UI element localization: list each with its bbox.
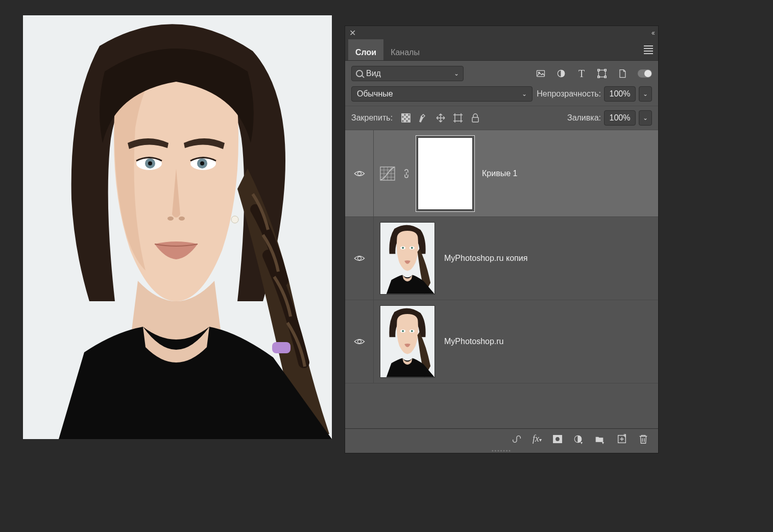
lock-row: Закрепить: Заливка: 100% ⌄	[345, 106, 658, 130]
panel-resize-grip[interactable]: ▪▪▪▪▪▪▪	[345, 448, 658, 453]
fill-dropdown-button[interactable]: ⌄	[639, 110, 652, 126]
filter-type-icon[interactable]: T	[576, 68, 587, 79]
chevron-down-icon: ⌄	[454, 70, 459, 77]
svg-point-36	[357, 257, 361, 260]
curves-adjustment-icon	[380, 166, 395, 181]
lock-all-icon[interactable]	[470, 113, 480, 123]
new-group-button[interactable]: ▾	[595, 433, 606, 445]
svg-rect-10	[272, 342, 291, 353]
layer-name[interactable]: Кривые 1	[482, 169, 517, 178]
lock-pixels-icon[interactable]	[418, 113, 428, 123]
layer-effects-button[interactable]: fx▾	[533, 433, 542, 444]
layer-filter-bar: Вид ⌄ T	[345, 61, 658, 84]
tab-layers[interactable]: Слои	[348, 39, 383, 60]
chevron-down-icon: ⌄	[522, 90, 527, 98]
layer-filter-type-select[interactable]: Вид ⌄	[351, 66, 464, 81]
svg-point-5	[148, 161, 152, 165]
blend-mode-select[interactable]: Обычные ⌄	[351, 86, 533, 102]
layers-panel-footer: fx▾ ▾ ▾	[345, 428, 658, 449]
layer-name[interactable]: MyPhotoshop.ru копия	[444, 254, 527, 263]
panel-menu-button[interactable]	[639, 39, 658, 60]
filter-smartobject-icon[interactable]	[617, 68, 627, 79]
layers-panel: ✕ ‹‹ Слои Каналы Вид ⌄ T Обычные ⌄ Непро…	[345, 26, 659, 453]
svg-rect-30	[404, 120, 406, 122]
blend-opacity-row: Обычные ⌄ Непрозрачность: 100% ⌄	[345, 84, 658, 106]
panel-tabs: Слои Каналы	[345, 39, 658, 61]
layer-row-image-base[interactable]: MyPhotoshop.ru	[345, 300, 658, 383]
link-layers-button[interactable]	[511, 433, 522, 445]
filter-shape-icon[interactable]	[597, 68, 607, 79]
svg-point-6	[200, 161, 204, 165]
visibility-toggle-icon[interactable]	[354, 170, 365, 177]
layer-name[interactable]: MyPhotoshop.ru	[444, 337, 504, 346]
filter-type-label: Вид	[366, 69, 381, 78]
add-mask-button[interactable]	[552, 433, 563, 445]
layer-mask-thumbnail[interactable]	[418, 137, 473, 210]
svg-rect-33	[472, 117, 478, 122]
new-layer-button[interactable]	[616, 433, 627, 445]
delete-layer-button[interactable]	[638, 433, 649, 445]
document-canvas[interactable]	[23, 15, 332, 439]
svg-point-8	[179, 216, 185, 221]
layers-list: Кривые 1 MyPhotoshop.ru копия MyPhotosho…	[345, 130, 658, 428]
lock-position-icon[interactable]	[436, 113, 446, 123]
blend-mode-value: Обычные	[357, 89, 393, 99]
panel-close-button[interactable]: ✕	[349, 28, 356, 38]
lock-artboard-icon[interactable]	[453, 113, 463, 123]
svg-point-40	[402, 247, 404, 249]
visibility-toggle-icon[interactable]	[354, 255, 365, 262]
visibility-toggle-icon[interactable]	[354, 338, 365, 345]
search-icon	[356, 70, 363, 77]
svg-rect-31	[408, 120, 410, 122]
panel-collapse-button[interactable]: ‹‹	[651, 29, 654, 37]
filter-pixel-icon[interactable]	[536, 68, 546, 79]
lock-label: Закрепить:	[351, 113, 393, 123]
svg-point-9	[231, 216, 238, 223]
svg-point-46	[402, 330, 404, 332]
opacity-value-input[interactable]: 100%	[604, 86, 636, 102]
canvas-image	[23, 15, 332, 439]
opacity-dropdown-button[interactable]: ⌄	[639, 86, 652, 102]
layer-thumbnail[interactable]	[380, 222, 435, 295]
opacity-label: Непрозрачность:	[537, 89, 601, 99]
new-adjustment-button[interactable]: ▾	[573, 433, 585, 445]
svg-point-47	[411, 330, 413, 332]
filter-toggle-switch[interactable]	[638, 69, 652, 78]
fill-label: Заливка:	[567, 113, 601, 123]
tab-channels[interactable]: Каналы	[383, 39, 427, 60]
svg-point-7	[167, 216, 174, 221]
fill-value-input[interactable]: 100%	[604, 110, 636, 126]
svg-point-42	[357, 340, 361, 344]
layer-row-image-copy[interactable]: MyPhotoshop.ru копия	[345, 217, 658, 300]
svg-point-34	[357, 172, 361, 175]
svg-point-41	[411, 247, 413, 249]
panel-titlebar: ✕ ‹‹	[345, 26, 658, 39]
layer-row-curves[interactable]: Кривые 1	[345, 130, 658, 217]
lock-transparency-icon[interactable]	[401, 113, 411, 123]
link-mask-icon[interactable]	[402, 168, 410, 179]
svg-point-49	[555, 437, 560, 441]
filter-adjustment-icon[interactable]	[556, 68, 566, 79]
layer-thumbnail[interactable]	[380, 305, 435, 378]
svg-rect-32	[455, 115, 461, 121]
